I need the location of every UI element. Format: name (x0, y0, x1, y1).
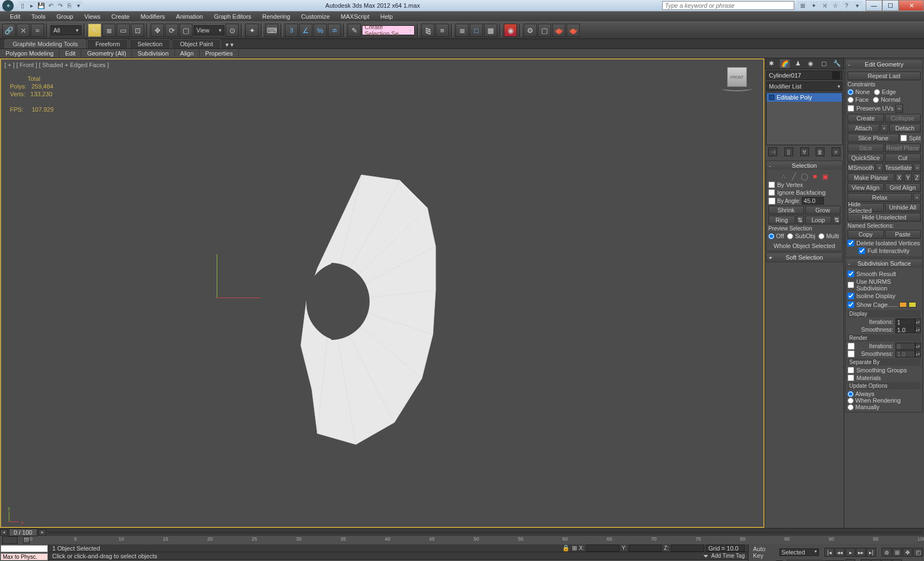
update-always-radio[interactable]: Always (848, 391, 921, 397)
panel-geometry[interactable]: Geometry (All) (81, 50, 132, 57)
display-iterations-spinner[interactable]: Iterations:1▴▾ (848, 318, 921, 326)
minimize-button[interactable]: — (866, 0, 882, 11)
quickslice-button[interactable]: QuickSlice (848, 153, 884, 162)
scale-icon[interactable]: ▢ (179, 24, 193, 37)
grow-button[interactable]: Grow (805, 206, 841, 215)
select-object-icon[interactable]: ↖ (88, 24, 101, 37)
y-coord-input[interactable] (629, 544, 662, 552)
soft-selection-header[interactable]: +Soft Selection (767, 253, 842, 262)
menu-help[interactable]: Help (375, 12, 399, 21)
maxscript-listener[interactable] (1, 545, 48, 552)
cage-color-swatch-2[interactable] (909, 302, 916, 307)
preserve-uv-settings-icon[interactable]: ▫ (895, 104, 903, 113)
menu-graph-editors[interactable]: Graph Editors (208, 12, 257, 21)
rendered-frame-icon[interactable]: ▢ (538, 24, 551, 37)
tab-object-paint[interactable]: Object Paint (172, 39, 221, 48)
link-icon[interactable]: 🔗 (2, 24, 15, 37)
viewport-label[interactable]: [ + ] [ Front ] [ Shaded + Edged Faces ] (4, 62, 109, 68)
transform-type-icon[interactable]: ⊞ (572, 544, 577, 552)
tessellate-button[interactable]: Tessellate (884, 163, 912, 172)
menu-customize[interactable]: Customize (296, 12, 336, 21)
element-icon[interactable]: ▣ (821, 173, 830, 180)
keyboard-shortcut-icon[interactable]: ⌨ (265, 24, 278, 37)
mesh-object[interactable] (284, 125, 460, 477)
window-crossing-icon[interactable]: ⊡ (131, 24, 144, 37)
help-dd-icon[interactable]: ▾ (853, 1, 862, 10)
link-icon[interactable]: ⎘ (65, 1, 74, 10)
next-frame-icon[interactable]: ▸▸ (856, 548, 866, 557)
loop-button[interactable]: Loop (805, 216, 832, 224)
panel-poly-modeling[interactable]: Polygon Modeling (0, 50, 59, 57)
menu-modifiers[interactable]: Modifiers (135, 12, 170, 21)
constraint-none-radio[interactable]: None (848, 89, 870, 95)
selection-filter-dropdown[interactable]: All (51, 25, 81, 35)
subdivision-header[interactable]: Subdivision Surface (846, 259, 922, 268)
render-smoothness-spinner[interactable]: Smoothness:1.0▴▾ (848, 350, 921, 358)
prev-frame-icon[interactable]: ◂◂ (835, 548, 845, 557)
rotate-icon[interactable]: ⟳ (165, 24, 178, 37)
search-input[interactable] (662, 1, 794, 10)
tab-graphite[interactable]: Graphite Modeling Tools (4, 39, 86, 48)
render-production-icon[interactable]: 🫖 (552, 24, 565, 37)
preview-subobj-radio[interactable]: SubObj (787, 233, 815, 239)
by-angle-checkbox[interactable] (768, 197, 776, 205)
by-vertex-checkbox[interactable]: By Vertex (768, 182, 840, 188)
snap-icon[interactable]: 3 (285, 24, 298, 37)
display-tab-icon[interactable]: ▢ (819, 59, 829, 68)
preserve-uv-checkbox[interactable]: Preserve UVs (848, 105, 894, 112)
slice-plane-button[interactable]: Slice Plane (848, 134, 899, 142)
copy-named-sel-button[interactable]: Copy (848, 230, 884, 239)
edit-geometry-header[interactable]: Edit Geometry (846, 60, 922, 69)
display-smoothness-spinner[interactable]: Smoothness:1.0▴▾ (848, 326, 921, 333)
hierarchy-tab-icon[interactable]: ♟ (793, 59, 803, 68)
loop-spin-icon[interactable]: ⇅ (833, 216, 840, 224)
hide-selected-button[interactable]: Hide Selected (848, 203, 884, 212)
attach-button[interactable]: Attach (848, 124, 879, 133)
edge-icon[interactable]: ╱ (790, 173, 799, 180)
subscription-icon[interactable]: ✦ (809, 1, 818, 10)
save-icon[interactable]: 💾 (37, 1, 46, 10)
frame-prev-icon[interactable]: ◂ (0, 529, 8, 536)
x-coord-input[interactable] (586, 544, 619, 552)
ignore-backfacing-checkbox[interactable]: Ignore Backfacing (768, 189, 840, 196)
time-tag-icon[interactable]: ⏷ (703, 553, 709, 559)
tab-freeform[interactable]: Freeform (87, 39, 128, 48)
align-icon[interactable]: ≡ (436, 24, 449, 37)
material-editor-icon[interactable]: ◉ (504, 24, 517, 37)
menu-edit[interactable]: Edit (4, 12, 26, 21)
percent-snap-icon[interactable]: % (314, 24, 327, 37)
frame-next-icon[interactable]: ▸ (38, 529, 46, 536)
mirror-icon[interactable]: ⧎ (421, 24, 435, 37)
detach-button[interactable]: Detach (889, 124, 921, 133)
spinner-snap-icon[interactable]: ≐ (328, 24, 341, 37)
add-time-tag[interactable]: Add Time Tag (711, 553, 745, 559)
angle-snap-icon[interactable]: ∠ (299, 24, 312, 37)
comm-center-icon[interactable]: ⊞ (798, 1, 807, 10)
render-setup-icon[interactable]: ⚙ (524, 24, 537, 37)
menu-views[interactable]: Views (79, 12, 106, 21)
stack-item-editable-poly[interactable]: Editable Poly (767, 93, 842, 102)
by-angle-spinner[interactable] (802, 197, 824, 205)
panel-edit[interactable]: Edit (59, 50, 81, 57)
curve-editor-icon[interactable]: □ (470, 24, 483, 37)
pivot-icon[interactable]: ⊙ (226, 24, 239, 37)
manipulate-icon[interactable]: ✦ (245, 24, 258, 37)
split-checkbox[interactable]: Split (900, 135, 921, 141)
trackbar-ruler[interactable]: 0510152025303540455055606570758085909510… (30, 536, 917, 544)
favorites-icon[interactable]: ☆ (831, 1, 840, 10)
msmooth-button[interactable]: MSmooth (848, 163, 875, 172)
lock-icon[interactable]: 🔒 (562, 544, 570, 552)
border-icon[interactable]: ◯ (800, 173, 809, 180)
goto-end-icon[interactable]: ▸| (866, 548, 876, 557)
object-color-swatch[interactable] (832, 72, 840, 79)
reset-plane-button[interactable]: Reset Plane (885, 144, 921, 152)
maxscript-macro[interactable]: Max to Physc. (1, 553, 48, 560)
goto-start-icon[interactable]: |◂ (824, 548, 834, 557)
viewcube-compass[interactable] (722, 86, 752, 91)
preview-multi-radio[interactable]: Multi (818, 233, 839, 239)
app-icon[interactable]: ⌖ (2, 0, 14, 12)
tessellate-settings-icon[interactable]: ▫ (914, 163, 921, 172)
selection-rollout-header[interactable]: Selection (767, 161, 842, 170)
attach-list-icon[interactable]: ▫ (881, 124, 888, 133)
menu-tools[interactable]: Tools (26, 12, 51, 21)
